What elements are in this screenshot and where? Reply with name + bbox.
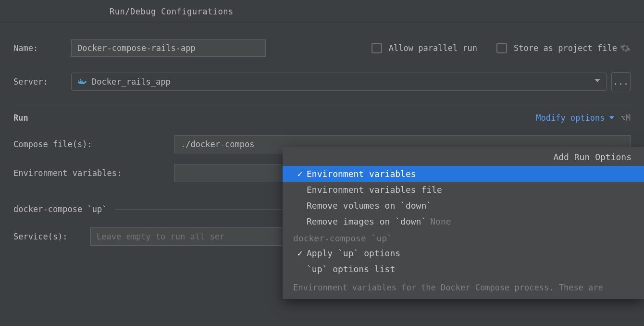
check-icon: ✓	[293, 169, 307, 179]
svg-rect-0	[78, 81, 80, 82]
popup-footer-hint: Environment variables for the Docker Com…	[283, 277, 644, 299]
store-project-label: Store as project file	[514, 43, 617, 53]
divider	[13, 104, 631, 104]
popup-item-apply-up-options[interactable]: ✓ Apply `up` options	[283, 245, 644, 261]
name-input[interactable]	[71, 39, 266, 57]
svg-rect-1	[80, 81, 81, 82]
server-label: Server:	[13, 77, 71, 87]
popup-item-remove-volumes[interactable]: Remove volumes on `down`	[283, 198, 644, 213]
svg-rect-3	[80, 79, 81, 80]
modify-options-shortcut: ⌥M	[621, 113, 631, 123]
svg-rect-2	[81, 81, 83, 82]
compose-files-label: Compose file(s):	[13, 139, 174, 149]
docker-icon	[77, 78, 87, 86]
popup-item-up-options-list[interactable]: `up` options list	[283, 261, 644, 277]
popup-header: Add Run Options	[283, 147, 644, 166]
server-value: Docker_rails_app	[92, 77, 590, 87]
gear-icon[interactable]	[620, 43, 631, 53]
popup-item-label: `up` options list	[307, 264, 395, 274]
popup-item-label: Apply `up` options	[307, 248, 400, 258]
popup-item-label: Environment variables file	[307, 185, 442, 195]
run-section-title: Run	[13, 113, 28, 123]
name-label: Name:	[13, 43, 71, 53]
server-more-button[interactable]: ...	[611, 72, 631, 91]
popup-item-env-vars[interactable]: ✓ Environment variables	[283, 166, 644, 182]
chevron-down-icon	[594, 79, 600, 85]
chevron-down-icon	[609, 116, 614, 119]
server-row: Server: Docker_rails_app ...	[13, 72, 631, 91]
popup-item-suffix: None	[430, 216, 451, 226]
title-bar: Run/Debug Configurations	[0, 0, 644, 23]
popup-group-label: docker-compose `up`	[283, 229, 644, 245]
run-section-header: Run Modify options ⌥M	[13, 113, 631, 123]
allow-parallel-run-checkbox[interactable]: Allow parallel run	[372, 43, 477, 53]
check-icon: ✓	[293, 248, 307, 258]
name-row: Name: Allow parallel run Store as projec…	[13, 39, 631, 57]
checkbox-icon	[496, 43, 507, 53]
dialog-title: Run/Debug Configurations	[110, 7, 234, 16]
env-vars-label: Environment variables:	[13, 168, 174, 178]
up-section-title: docker-compose `up`	[13, 204, 107, 214]
popup-item-remove-images[interactable]: Remove images on `down` None	[283, 213, 644, 229]
server-dropdown[interactable]: Docker_rails_app	[71, 73, 607, 91]
modify-options-label: Modify options	[536, 113, 605, 123]
allow-parallel-label: Allow parallel run	[389, 43, 477, 53]
modify-options-link[interactable]: Modify options	[536, 113, 614, 123]
modify-options-popup: Add Run Options ✓ Environment variables …	[283, 147, 644, 299]
services-label: Service(s):	[13, 232, 90, 241]
popup-item-env-vars-file[interactable]: Environment variables file	[283, 182, 644, 198]
popup-item-label: Remove volumes on `down`	[307, 201, 432, 211]
popup-item-label: Remove images on `down`	[307, 216, 426, 226]
store-as-project-file-checkbox[interactable]: Store as project file	[496, 43, 617, 53]
popup-item-label: Environment variables	[307, 169, 416, 179]
checkbox-icon	[372, 43, 382, 53]
